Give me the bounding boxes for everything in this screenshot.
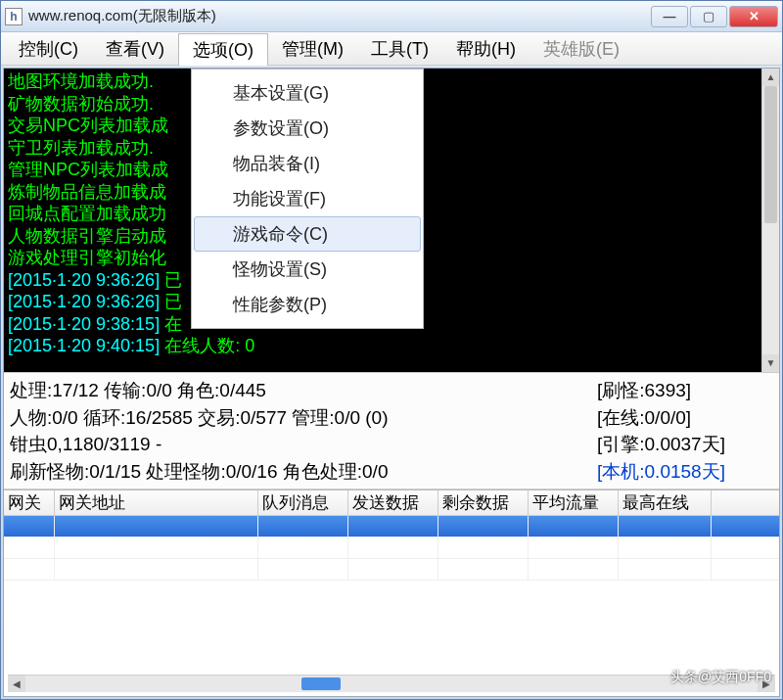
horizontal-scrollbar[interactable]: ◀ ▶ xyxy=(8,675,775,692)
dropdown-performance[interactable]: 性能参数(P) xyxy=(194,287,421,322)
stats-panel: 处理:17/12 传输:0/0 角色:0/445 [刷怪:6393] 人物:0/… xyxy=(4,372,779,490)
col-send[interactable]: 发送数据 xyxy=(348,490,438,515)
scroll-down-icon[interactable]: ▼ xyxy=(762,354,779,372)
gateway-table: 网关 网关地址 队列消息 发送数据 剩余数据 平均流量 最高在线 xyxy=(4,490,779,675)
dropdown-game-command[interactable]: 游戏命令(C) xyxy=(194,216,421,252)
scroll-left-icon[interactable]: ◀ xyxy=(8,676,25,692)
menu-view[interactable]: 查看(V) xyxy=(92,32,178,65)
col-gateway[interactable]: 网关 xyxy=(4,490,55,515)
log-line: [2015·1·20 9:40:15] 在线人数: 0 xyxy=(8,335,775,357)
options-dropdown: 基本设置(G) 参数设置(O) 物品装备(I) 功能设置(F) 游戏命令(C) … xyxy=(191,69,424,329)
col-queue[interactable]: 队列消息 xyxy=(258,490,348,515)
app-icon: h xyxy=(5,8,23,25)
scroll-up-icon[interactable]: ▲ xyxy=(762,69,779,86)
dropdown-item-equip[interactable]: 物品装备(I) xyxy=(194,146,421,181)
menu-help[interactable]: 帮助(H) xyxy=(442,32,530,65)
col-address[interactable]: 网关地址 xyxy=(55,490,258,515)
stats-left: 钳虫0,1180/3119 - xyxy=(10,431,597,458)
stats-right: [本机:0.0158天] xyxy=(597,458,773,486)
stats-row: 刷新怪物:0/1/15 处理怪物:0/0/16 角色处理:0/0 [本机:0.0… xyxy=(10,458,773,486)
stats-left: 人物:0/0 循环:16/2585 交易:0/577 管理:0/0 (0) xyxy=(10,404,597,432)
hscroll-thumb[interactable] xyxy=(301,677,341,690)
menubar: 控制(C) 查看(V) 选项(O) 管理(M) 工具(T) 帮助(H) 英雄版(… xyxy=(1,32,782,66)
maximize-button[interactable] xyxy=(690,6,727,27)
stats-right: [引擎:0.0037天] xyxy=(597,431,773,458)
menu-tools[interactable]: 工具(T) xyxy=(357,32,442,65)
close-button[interactable] xyxy=(729,6,778,27)
menu-hero[interactable]: 英雄版(E) xyxy=(530,32,633,65)
dropdown-function-settings[interactable]: 功能设置(F) xyxy=(194,181,421,216)
window-title: www.renoq.com(无限制版本) xyxy=(28,7,649,25)
client-area: 基本设置(G) 参数设置(O) 物品装备(I) 功能设置(F) 游戏命令(C) … xyxy=(3,68,780,697)
table-body xyxy=(4,516,779,675)
menu-options[interactable]: 选项(O) xyxy=(178,33,268,66)
menu-control[interactable]: 控制(C) xyxy=(5,32,92,65)
console-scrollbar[interactable]: ▲ ▼ xyxy=(761,69,779,372)
stats-row: 钳虫0,1180/3119 - [引擎:0.0037天] xyxy=(10,431,773,458)
col-max[interactable]: 最高在线 xyxy=(619,490,712,515)
minimize-button[interactable] xyxy=(651,6,688,27)
app-window: h www.renoq.com(无限制版本) 控制(C) 查看(V) 选项(O)… xyxy=(0,0,783,700)
window-controls xyxy=(649,6,778,27)
scroll-thumb[interactable] xyxy=(764,86,777,223)
stats-right: [在线:0/0/0] xyxy=(597,404,773,432)
table-row[interactable] xyxy=(4,537,779,559)
table-row[interactable] xyxy=(4,559,779,581)
stats-row: 处理:17/12 传输:0/0 角色:0/445 [刷怪:6393] xyxy=(10,377,773,404)
stats-right: [刷怪:6393] xyxy=(597,377,773,404)
menu-manage[interactable]: 管理(M) xyxy=(268,32,357,65)
dropdown-param-settings[interactable]: 参数设置(O) xyxy=(194,111,421,146)
table-row[interactable] xyxy=(4,516,779,537)
table-header: 网关 网关地址 队列消息 发送数据 剩余数据 平均流量 最高在线 xyxy=(4,490,779,516)
dropdown-monster-settings[interactable]: 怪物设置(S) xyxy=(194,252,421,287)
stats-left: 处理:17/12 传输:0/0 角色:0/445 xyxy=(10,377,597,404)
titlebar: h www.renoq.com(无限制版本) xyxy=(1,1,782,32)
stats-left: 刷新怪物:0/1/15 处理怪物:0/0/16 角色处理:0/0 xyxy=(10,458,597,486)
stats-row: 人物:0/0 循环:16/2585 交易:0/577 管理:0/0 (0) [在… xyxy=(10,404,773,432)
watermark: 头条@艾西0FF0 xyxy=(670,669,771,686)
col-remain[interactable]: 剩余数据 xyxy=(438,490,529,515)
col-avg[interactable]: 平均流量 xyxy=(529,490,619,515)
dropdown-basic-settings[interactable]: 基本设置(G) xyxy=(194,75,421,111)
